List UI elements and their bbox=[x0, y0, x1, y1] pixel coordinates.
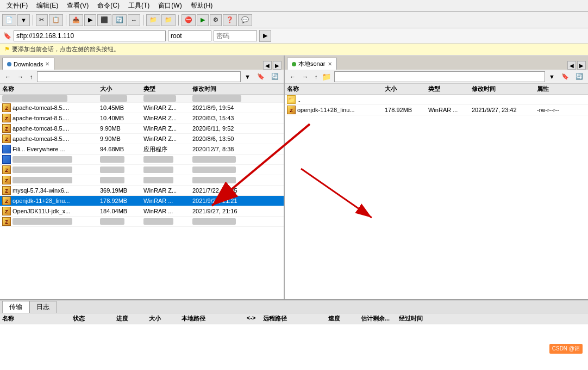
table-row[interactable]: 📁.. bbox=[285, 95, 588, 105]
right-col-date[interactable]: 修改时间 bbox=[472, 85, 537, 93]
right-tab-label: 本地sonar bbox=[298, 60, 326, 68]
left-col-size[interactable]: 大小 bbox=[100, 85, 143, 93]
file-date-cell bbox=[192, 156, 258, 163]
right-files-container: 📁.. Zopenjdk-11+28_linu... 178.92MB WinR… bbox=[285, 95, 588, 115]
file-type-cell: 应用程序 bbox=[143, 145, 192, 153]
toolbar-msg-btn[interactable]: 💬 bbox=[238, 14, 252, 26]
file-name-cell: Zapache-tomcat-8.5.... bbox=[2, 134, 100, 143]
left-path-input[interactable]: D:\Downloads bbox=[37, 71, 241, 82]
file-date-cell: 2021/7/22, 19:35 bbox=[192, 187, 258, 194]
right-tab-close-btn[interactable]: ✕ bbox=[328, 61, 332, 67]
right-tab-prev-btn[interactable]: ◀ bbox=[567, 61, 576, 70]
bookmark-icon: 🔖 bbox=[3, 32, 11, 40]
toolbar-upload-btn[interactable]: 📤 bbox=[69, 14, 83, 26]
file-size-cell: 10.40MB bbox=[100, 115, 143, 121]
menu-file[interactable]: 文件(F) bbox=[2, 0, 32, 11]
menubar: 文件(F) 编辑(E) 查看(V) 命令(C) 工具(T) 窗口(W) 帮助(H… bbox=[0, 0, 588, 12]
file-size-cell bbox=[100, 177, 143, 183]
left-tab-nav: ◀ ▶ bbox=[263, 61, 282, 70]
table-row[interactable]: Fili... Everywhere ... 94.68MB 应用程序 2020… bbox=[0, 144, 284, 155]
table-row[interactable]: Z bbox=[0, 175, 284, 186]
toolbar-new-btn[interactable]: 📄 bbox=[2, 14, 16, 26]
left-bookmark-btn[interactable]: 🔖 bbox=[254, 71, 267, 82]
menu-tools[interactable]: 工具(T) bbox=[124, 0, 154, 11]
left-up-btn[interactable]: ↑ bbox=[27, 71, 36, 82]
left-col-name[interactable]: 名称 bbox=[2, 85, 100, 93]
menu-command[interactable]: 命令(C) bbox=[93, 0, 124, 11]
tab-prev-btn[interactable]: ◀ bbox=[263, 61, 272, 70]
transfer-tab-log[interactable]: 日志 bbox=[29, 301, 57, 313]
connect-button[interactable]: ▶ bbox=[259, 30, 271, 42]
tab-next-btn[interactable]: ▶ bbox=[273, 61, 282, 70]
table-row[interactable]: Zapache-tomcat-8.5.... 10.45MB WinRAR Z.… bbox=[0, 103, 284, 113]
left-path-dropdown[interactable]: ▼ bbox=[242, 71, 253, 82]
file-date-cell: 2020/6/11, 9:52 bbox=[192, 125, 258, 132]
transfer-tab-transfer[interactable]: 传输 bbox=[2, 301, 29, 313]
right-col-attr[interactable]: 属性 bbox=[537, 85, 586, 93]
table-row[interactable]: Zapache-tomcat-8.5.... 10.40MB WinRAR Z.… bbox=[0, 113, 284, 124]
toolbar-help-btn[interactable]: ❓ bbox=[223, 14, 237, 26]
toolbar-btn4[interactable]: ⬛ bbox=[97, 14, 111, 26]
toolbar-btn7[interactable]: 📁 bbox=[146, 14, 160, 26]
menu-help[interactable]: 帮助(H) bbox=[186, 0, 217, 11]
left-col-type[interactable]: 类型 bbox=[143, 85, 192, 93]
menu-view[interactable]: 查看(V) bbox=[62, 0, 93, 11]
right-up-btn[interactable]: ↑ bbox=[312, 71, 321, 82]
table-row[interactable] bbox=[0, 95, 284, 103]
table-row[interactable]: Zmysql-5.7.34-winx6... 369.19MB WinRAR Z… bbox=[0, 186, 284, 196]
right-col-size[interactable]: 大小 bbox=[385, 85, 428, 93]
left-col-date[interactable]: 修改时间 bbox=[192, 85, 258, 93]
right-col-name[interactable]: 名称 bbox=[287, 85, 385, 93]
file-date-cell: 2021/9/27, 23:42 bbox=[472, 107, 537, 113]
toolbar-btn8[interactable]: 📁 bbox=[161, 14, 176, 26]
table-row[interactable]: Z bbox=[0, 217, 284, 227]
file-size-cell bbox=[100, 166, 143, 173]
right-tab-sonar[interactable]: 本地sonar ✕ bbox=[287, 58, 337, 70]
file-size-cell: 178.92MB bbox=[385, 107, 428, 113]
toolbar-btn3[interactable]: ▶ bbox=[84, 14, 96, 26]
file-date-cell: 2021/9/27, 21:21 bbox=[192, 198, 258, 204]
file-date-cell bbox=[192, 166, 258, 173]
left-fwd-btn[interactable]: → bbox=[15, 71, 26, 82]
table-row[interactable] bbox=[0, 155, 284, 165]
toolbar-settings-btn[interactable]: ⚙ bbox=[210, 14, 222, 26]
tab-close-btn[interactable]: ✕ bbox=[45, 61, 49, 67]
server-address-input[interactable] bbox=[14, 30, 166, 41]
right-tab-next-btn[interactable]: ▶ bbox=[577, 61, 586, 70]
left-back-btn[interactable]: ← bbox=[2, 71, 14, 82]
toolbar-btn2[interactable]: ▼ bbox=[17, 14, 30, 26]
right-refresh-btn[interactable]: 🔄 bbox=[573, 71, 586, 82]
right-back-btn[interactable]: ← bbox=[287, 71, 298, 82]
left-refresh-btn[interactable]: 🔄 bbox=[268, 71, 282, 82]
right-tab-bar: 本地sonar ✕ ◀ ▶ bbox=[285, 55, 588, 70]
right-col-type[interactable]: 类型 bbox=[428, 85, 472, 93]
file-date-cell bbox=[192, 218, 258, 225]
right-path-input[interactable]: /usr/java bbox=[334, 71, 546, 82]
file-name-cell: Zopenjdk-11+28_linu... bbox=[2, 196, 100, 205]
toolbar-copy-btn[interactable]: 📋 bbox=[49, 14, 63, 26]
folder-icon-small: 📁 bbox=[322, 72, 331, 81]
left-tab-downloads[interactable]: Downloads ✕ bbox=[2, 58, 54, 70]
right-path-dropdown[interactable]: ▼ bbox=[546, 71, 558, 82]
password-input[interactable] bbox=[214, 30, 257, 41]
toolbar-cut-btn[interactable]: ✂ bbox=[36, 14, 48, 26]
transfer-col-name: 名称 bbox=[2, 314, 73, 323]
table-row[interactable]: Zopenjdk-11+28_linu... 178.92MB WinRAR .… bbox=[0, 196, 284, 206]
file-type-cell bbox=[143, 177, 192, 183]
toolbar-green-btn[interactable]: ▶ bbox=[197, 14, 209, 26]
table-row[interactable]: Z bbox=[0, 165, 284, 175]
table-row[interactable]: Zapache-tomcat-8.5.... 9.90MB WinRAR Z..… bbox=[0, 134, 284, 144]
menu-edit[interactable]: 编辑(E) bbox=[32, 0, 62, 11]
username-input[interactable] bbox=[168, 30, 211, 41]
file-name-cell: ZOpenJDK11U-jdk_x... bbox=[2, 207, 100, 215]
table-row[interactable]: Zapache-tomcat-8.5.... 9.90MB WinRAR Z..… bbox=[0, 124, 284, 134]
file-date-cell: 2020/8/6, 13:50 bbox=[192, 135, 258, 142]
right-bookmark-btn[interactable]: 🔖 bbox=[559, 71, 572, 82]
toolbar-stop-btn[interactable]: ⛔ bbox=[182, 14, 196, 26]
toolbar-btn6[interactable]: ↔ bbox=[128, 14, 140, 26]
table-row[interactable]: Zopenjdk-11+28_linu... 178.92MB WinRAR .… bbox=[285, 105, 588, 115]
toolbar-btn5[interactable]: 🔄 bbox=[112, 14, 127, 26]
menu-window[interactable]: 窗口(W) bbox=[154, 0, 186, 11]
right-fwd-btn[interactable]: → bbox=[299, 71, 311, 82]
table-row[interactable]: ZOpenJDK11U-jdk_x... 184.04MB WinRAR ...… bbox=[0, 206, 284, 217]
